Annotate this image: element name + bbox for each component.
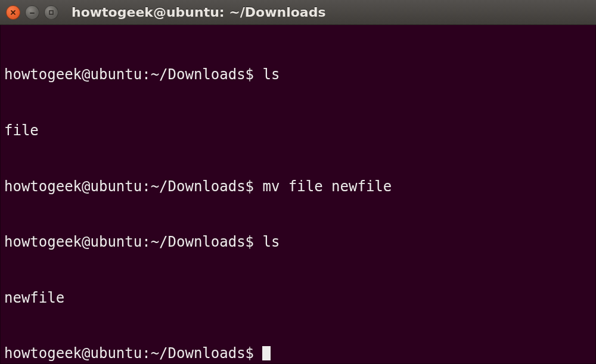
command-text: ls (262, 234, 280, 250)
command-text: mv file newfile (262, 178, 392, 195)
terminal-line: howtogeek@ubuntu:~/Downloads$ ls (4, 66, 592, 84)
terminal-window: howtogeek@ubuntu: ~/Downloads howtogeek@… (0, 0, 596, 364)
prompt-text: howtogeek@ubuntu:~/Downloads$ (4, 345, 262, 362)
terminal-line: howtogeek@ubuntu:~/Downloads$ (4, 344, 592, 363)
output-text: file (4, 122, 39, 139)
terminal-body[interactable]: howtogeek@ubuntu:~/Downloads$ ls file ho… (0, 25, 596, 364)
close-button[interactable] (6, 5, 20, 20)
prompt-text: howtogeek@ubuntu:~/Downloads$ (4, 234, 262, 250)
minimize-button[interactable] (25, 5, 39, 20)
cursor-block (262, 346, 271, 360)
prompt-text: howtogeek@ubuntu:~/Downloads$ (4, 66, 262, 83)
terminal-line: file (4, 122, 592, 140)
minimize-icon (29, 9, 36, 16)
prompt-text: howtogeek@ubuntu:~/Downloads$ (4, 178, 262, 195)
terminal-line: newfile (4, 289, 592, 307)
window-controls (6, 5, 58, 20)
close-icon (10, 9, 17, 16)
window-title: howtogeek@ubuntu: ~/Downloads (72, 5, 326, 20)
svg-rect-3 (49, 11, 53, 14)
terminal-line: howtogeek@ubuntu:~/Downloads$ mv file ne… (4, 178, 592, 196)
terminal-line: howtogeek@ubuntu:~/Downloads$ ls (4, 233, 592, 251)
maximize-icon (48, 9, 55, 16)
output-text: newfile (4, 290, 64, 306)
maximize-button[interactable] (44, 5, 58, 20)
titlebar[interactable]: howtogeek@ubuntu: ~/Downloads (0, 0, 596, 25)
command-text: ls (262, 66, 280, 83)
